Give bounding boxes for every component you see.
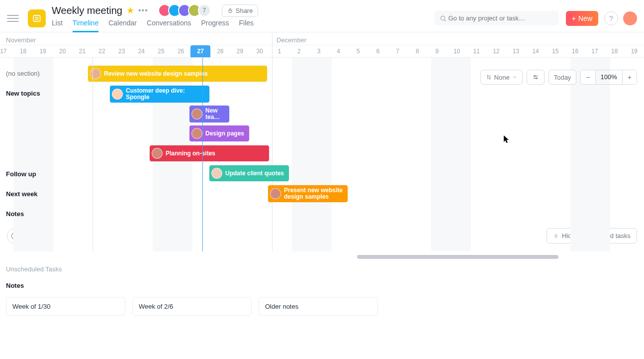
date-cell[interactable]: 17 (0, 45, 13, 57)
section-label[interactable]: (no section) (0, 61, 46, 81)
note-card[interactable]: Older notes (259, 297, 378, 316)
members-stack[interactable]: 7 (161, 4, 211, 17)
tab-list[interactable]: List (52, 19, 63, 32)
date-cell[interactable]: 17 (585, 45, 605, 57)
project-title[interactable]: Weekly meeting (52, 5, 122, 16)
section-label[interactable]: Notes (0, 201, 30, 221)
date-cell[interactable]: 13 (506, 45, 526, 57)
tab-conversations[interactable]: Conversations (147, 19, 191, 32)
section-label[interactable]: Next week (0, 181, 44, 201)
assignee-avatar (112, 89, 123, 100)
task-bar[interactable]: Customer deep dive: Spongle (110, 86, 209, 103)
zoom-out-button[interactable]: − (581, 70, 595, 84)
date-cell[interactable]: 19 (33, 45, 53, 57)
section-divider (92, 58, 93, 251)
more-actions-icon[interactable]: ••• (138, 6, 148, 15)
note-card[interactable]: Week of 1/30 (6, 297, 125, 316)
assignee-avatar (270, 188, 281, 199)
date-cell[interactable]: 14 (526, 45, 546, 57)
assignee-avatar (211, 168, 222, 179)
assignee-avatar (191, 128, 202, 139)
member-count[interactable]: 7 (198, 4, 211, 17)
notes-cards-row: Week of 1/30Week of 2/6Older notes (6, 297, 638, 316)
notes-heading: Notes (6, 282, 638, 289)
chevron-down-icon (512, 75, 517, 80)
zoom-control: − 100% + (580, 70, 637, 85)
date-cell[interactable]: 5 (349, 45, 368, 57)
help-button[interactable]: ? (604, 11, 618, 25)
date-cell[interactable]: 29 (230, 45, 250, 57)
svg-rect-3 (229, 10, 232, 13)
date-cell[interactable]: 7 (388, 45, 408, 57)
month-row: November December (0, 32, 644, 45)
timeline: November December 1718192021222324252627… (0, 32, 644, 259)
date-cell[interactable]: 21 (73, 45, 92, 57)
assignee-avatar (191, 109, 202, 120)
task-label: Update client quotes (225, 170, 284, 177)
task-bar[interactable]: New tea… (189, 106, 229, 122)
zoom-level: 100% (596, 70, 623, 84)
task-bar[interactable]: Design pages (189, 125, 249, 141)
date-cell[interactable]: 15 (546, 45, 565, 57)
date-cell[interactable]: 3 (309, 45, 329, 57)
date-cell[interactable]: 2 (289, 45, 309, 57)
filter-button[interactable] (527, 70, 545, 85)
month-divider (272, 33, 273, 251)
today-button[interactable]: Today (549, 70, 577, 85)
date-cell[interactable]: 25 (151, 45, 171, 57)
date-cell[interactable]: 9 (427, 45, 447, 57)
date-cell[interactable]: 11 (466, 45, 486, 57)
note-card[interactable]: Week of 2/6 (132, 297, 252, 316)
task-bar[interactable]: Review new website design samples (88, 66, 267, 82)
date-cell[interactable]: 19 (625, 45, 644, 57)
date-cell[interactable]: 18 (13, 45, 33, 57)
date-cell[interactable]: 24 (131, 45, 151, 57)
date-cell[interactable]: 20 (53, 45, 73, 57)
date-cell[interactable]: 12 (486, 45, 506, 57)
plus-icon: + (572, 14, 576, 22)
sort-button[interactable]: None (480, 70, 523, 85)
cursor-arrow-icon (504, 135, 510, 144)
tab-files[interactable]: Files (239, 19, 254, 32)
scrollbar-thumb[interactable] (357, 255, 558, 259)
unscheduled-heading: Unscheduled Tasks (6, 265, 638, 273)
task-label: Review new website design samples (104, 70, 208, 77)
new-button[interactable]: + New (566, 11, 598, 26)
date-cell[interactable]: 6 (368, 45, 388, 57)
date-cell[interactable]: 16 (565, 45, 585, 57)
new-label: New (578, 14, 592, 22)
date-cell[interactable]: 30 (250, 45, 270, 57)
horizontal-scrollbar[interactable] (0, 254, 644, 259)
date-row: 1718192021222324252627282930123456789101… (0, 45, 644, 57)
timeline-grid[interactable]: (no section)New topicsFollow upNext week… (0, 57, 644, 251)
zoom-plus-button[interactable]: + (623, 70, 637, 84)
section-label[interactable]: Follow up (0, 161, 42, 181)
double-chevron-down-icon (553, 233, 559, 239)
star-icon[interactable]: ★ (126, 5, 134, 16)
tab-timeline[interactable]: Timeline (73, 19, 98, 32)
task-bar[interactable]: Planning on-sites (150, 145, 269, 161)
task-bar[interactable]: Update client quotes (209, 165, 289, 181)
date-cell[interactable]: 23 (112, 45, 132, 57)
weekend-stripe (292, 58, 312, 251)
date-cell[interactable]: 26 (171, 45, 191, 57)
date-cell[interactable]: 28 (210, 45, 230, 57)
share-button[interactable]: Share (222, 4, 259, 17)
weekend-stripe (431, 58, 451, 251)
tab-calendar[interactable]: Calendar (108, 19, 137, 32)
menu-hamburger-icon[interactable] (7, 12, 19, 24)
date-cell[interactable]: 18 (605, 45, 625, 57)
current-user-avatar[interactable] (623, 11, 637, 25)
tab-progress[interactable]: Progress (201, 19, 229, 32)
section-label[interactable]: New topics (0, 81, 46, 101)
project-tabs: ListTimelineCalendarConversationsProgres… (52, 19, 258, 32)
date-cell[interactable]: 27 (190, 45, 210, 57)
date-cell[interactable]: 22 (92, 45, 112, 57)
date-cell[interactable]: 8 (407, 45, 427, 57)
date-cell[interactable]: 4 (329, 45, 349, 57)
search-input[interactable] (448, 14, 553, 22)
date-cell[interactable]: 10 (447, 45, 467, 57)
project-icon[interactable] (28, 9, 46, 27)
search-box[interactable] (435, 11, 559, 25)
task-bar[interactable]: Present new website design samples (268, 185, 348, 202)
